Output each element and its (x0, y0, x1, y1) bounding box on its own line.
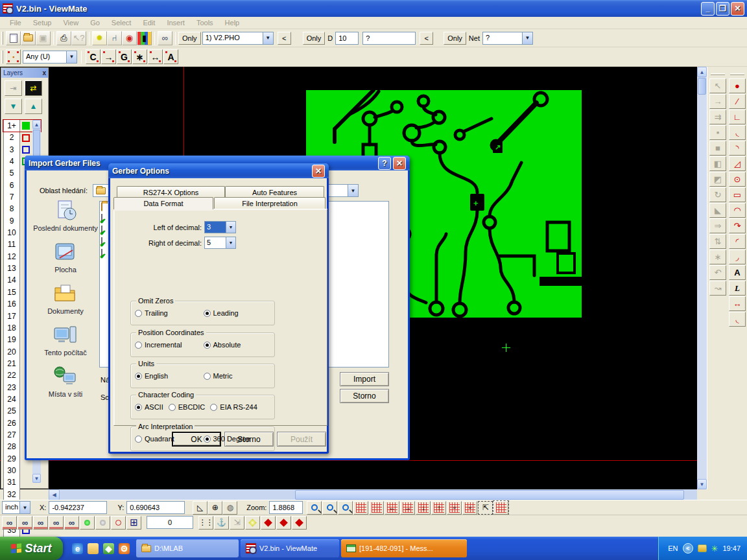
dcode-find-input[interactable]: ? (362, 32, 416, 45)
select-goto-button[interactable]: → (101, 49, 116, 64)
rotate-tool[interactable]: ↻ (709, 187, 726, 202)
layer-number[interactable]: 19 (3, 334, 20, 345)
scroll-up-icon[interactable]: ▲ (697, 67, 707, 77)
pan-left-icon[interactable]: ← (385, 501, 399, 515)
layer-number[interactable]: 16 (3, 298, 20, 310)
toolbar-grip[interactable] (1, 32, 3, 45)
angle-measure-icon[interactable]: ◺ (193, 501, 208, 515)
radio-leading[interactable]: Leading (204, 309, 267, 317)
menu-setup[interactable]: Setup (27, 18, 58, 28)
spline-tool[interactable]: ◞ (729, 250, 746, 264)
layer-number[interactable]: 14 (3, 274, 20, 286)
grid-origin-icon[interactable] (353, 501, 368, 515)
pan-down-icon[interactable]: ↓ (416, 501, 431, 515)
scroll-down-icon[interactable]: ▼ (697, 479, 707, 489)
layer-number[interactable]: 13 (3, 262, 20, 274)
undo-tool[interactable]: ↶ (709, 265, 726, 280)
select-text-button[interactable]: A (163, 49, 178, 64)
anchor-icon[interactable]: ⚓ (214, 516, 229, 530)
mirror-tool[interactable]: ◧ (709, 156, 726, 171)
radio-icon[interactable] (204, 373, 211, 380)
layer-number[interactable]: 17 (3, 310, 20, 322)
radio-icon[interactable] (210, 404, 217, 411)
path-tool[interactable]: ◟ (729, 125, 746, 140)
radio-icon[interactable] (135, 342, 142, 349)
radio-icon[interactable] (204, 310, 211, 317)
select-span-button[interactable]: ↔ (148, 49, 163, 64)
layers-close-icon[interactable]: x (42, 69, 46, 76)
place-recent-documents[interactable]: Poslední dokumenty (33, 200, 98, 232)
view-lines-icon[interactable]: ∞ (18, 516, 32, 530)
pan-right-icon[interactable]: → (400, 501, 415, 515)
chevron-down-icon[interactable]: ▼ (226, 222, 235, 233)
left-of-decimal-combo[interactable]: 3 ▼ (204, 221, 236, 233)
prev-dcode-button[interactable]: < (420, 32, 433, 45)
dimension-tool[interactable]: ↔ (729, 296, 746, 311)
move-point-tool[interactable]: → (709, 94, 726, 109)
view-filled-icon[interactable]: ∞ (33, 516, 48, 530)
chevron-down-icon[interactable]: ▼ (522, 32, 532, 44)
quicklaunch-internet-explorer-icon[interactable]: e (72, 543, 83, 554)
chevron-down-icon[interactable]: ▼ (66, 51, 77, 63)
target-button[interactable]: ◉ (122, 31, 137, 45)
tab-rs274x[interactable]: RS274-X Options (117, 186, 225, 198)
only-layer-button[interactable]: Only (178, 32, 201, 45)
layer-number[interactable]: 25 (3, 405, 20, 417)
corner-tool[interactable]: ◣ (709, 203, 726, 218)
only-dcode-button[interactable]: Only (303, 32, 326, 45)
layer-up-button[interactable]: ▲ (25, 99, 42, 114)
print-button[interactable]: ⎙ (56, 31, 71, 45)
layer-color-swatch[interactable] (22, 134, 30, 142)
redo-tool[interactable]: ↝ (709, 281, 726, 296)
grid-toggle-icon[interactable] (369, 501, 384, 515)
layer-number[interactable]: 5 (3, 167, 20, 179)
layer-number[interactable]: 12 (3, 251, 20, 262)
zoom-in-icon[interactable] (307, 501, 322, 515)
layer-color-swatch[interactable] (22, 478, 30, 486)
vscroll-thumb[interactable] (698, 78, 706, 95)
toolbar-grip[interactable] (1, 51, 3, 64)
highlight-on-icon[interactable] (80, 516, 95, 530)
menu-tools[interactable]: Tools (191, 18, 219, 28)
arc-chord-tool[interactable]: ◜ (729, 234, 746, 249)
radio-icon[interactable] (204, 436, 211, 443)
pad-solid-icon[interactable] (261, 516, 276, 530)
layer-number[interactable]: 29 (3, 453, 20, 465)
move-element-tool[interactable]: ⇒ (709, 218, 726, 233)
hscroll-thumb[interactable] (295, 490, 684, 500)
layer-number[interactable]: 1+ (3, 120, 20, 132)
menu-help[interactable]: Help (219, 18, 246, 28)
start-button[interactable]: Start (0, 537, 63, 560)
place-desktop[interactable]: Plocha (33, 241, 98, 274)
text-tool[interactable]: A (729, 265, 746, 280)
help-button[interactable]: ? (378, 157, 391, 170)
tab-file-interpretation[interactable]: File Interpretation (214, 197, 326, 209)
maximize-button[interactable]: ❐ (716, 2, 729, 16)
menu-file[interactable]: File (4, 18, 27, 28)
layer-table-button[interactable]: ⇄ (25, 80, 42, 96)
flip-tool[interactable]: ◩ (709, 172, 726, 187)
close-icon[interactable]: ✕ (312, 165, 325, 178)
quicklaunch-firefox-icon[interactable]: ʘ (119, 543, 130, 554)
layer-number[interactable]: 6 (3, 180, 20, 191)
net-combo[interactable]: ? ▼ (482, 32, 533, 45)
layer-down-button[interactable]: ▼ (5, 99, 22, 114)
canvas-vscrollbar[interactable]: ▲ ▼ (697, 67, 707, 489)
select-flash-button[interactable]: ∗ (132, 49, 147, 64)
layer-number[interactable]: 3 (3, 144, 20, 156)
prev-layer-button[interactable]: < (278, 32, 291, 45)
close-button[interactable]: ✕ (731, 2, 744, 16)
triangle-tool[interactable]: ◿ (729, 156, 746, 171)
chevron-down-icon[interactable]: ▼ (348, 185, 358, 196)
arc-curve-tool[interactable]: ↷ (729, 218, 746, 233)
layer-number[interactable]: 23 (3, 382, 20, 393)
radio-trailing[interactable]: Trailing (135, 309, 198, 317)
layer-number[interactable]: 28 (3, 441, 20, 452)
select-any-icon[interactable]: ▪ (6, 49, 21, 64)
layer-number[interactable]: 32 (3, 489, 20, 500)
corner-trace-tool[interactable]: ◟ (729, 312, 746, 327)
tray-green-icon[interactable]: ✳ (711, 544, 718, 554)
taskbar-task-3[interactable]: [191-482-091] - Mess... (341, 539, 467, 557)
layer-number[interactable]: 2 (3, 132, 20, 143)
snap-grid-icon[interactable]: ⋮⋮ (198, 516, 213, 530)
